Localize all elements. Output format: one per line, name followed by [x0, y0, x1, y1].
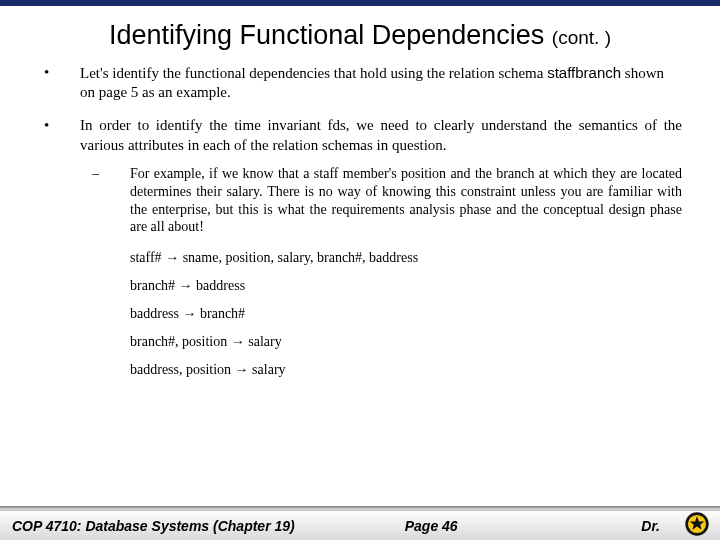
fd-row: branch# → baddress [130, 278, 682, 294]
fd-rhs: baddress [196, 278, 245, 293]
arrow-icon: → [175, 278, 196, 293]
footer-bar: COP 4710: Database Systems (Chapter 19) … [0, 510, 720, 540]
schema-name: staffbranch [547, 64, 621, 81]
fd-lhs: staff# [130, 250, 162, 265]
sub-bullet-item: For example, if we know that a staff mem… [80, 165, 682, 237]
slide: Identifying Functional Dependencies (con… [0, 0, 720, 540]
fd-lhs: branch# [130, 278, 175, 293]
slide-title: Identifying Functional Dependencies (con… [0, 20, 720, 51]
fd-rhs: salary [252, 362, 285, 377]
footer-page: Page 46 [405, 518, 458, 534]
fd-row: baddress → branch# [130, 306, 682, 322]
title-main: Identifying Functional Dependencies [109, 20, 544, 50]
fd-rhs: branch# [200, 306, 245, 321]
fd-lhs: branch#, position [130, 334, 227, 349]
arrow-icon: → [179, 306, 200, 321]
ucf-logo-icon [684, 511, 710, 537]
bullet-item: Let's identify the functional dependenci… [38, 63, 682, 102]
sub-bullet-text: For example, if we know that a staff mem… [130, 166, 682, 235]
arrow-icon: → [162, 250, 183, 265]
fd-row: baddress, position → salary [130, 362, 682, 378]
slide-footer: COP 4710: Database Systems (Chapter 19) … [0, 506, 720, 540]
top-accent-bar [0, 0, 720, 6]
fd-rhs: salary [248, 334, 281, 349]
bullet-list: Let's identify the functional dependenci… [38, 63, 682, 236]
fd-row: branch#, position → salary [130, 334, 682, 350]
sub-bullet-list: For example, if we know that a staff mem… [80, 165, 682, 237]
fd-lhs: baddress, position [130, 362, 231, 377]
title-cont: (cont. ) [552, 27, 611, 48]
bullet-item: In order to identify the time invariant … [38, 116, 682, 236]
slide-body: Let's identify the functional dependenci… [0, 63, 720, 378]
arrow-icon: → [231, 362, 252, 377]
arrow-icon: → [227, 334, 248, 349]
footer-course: COP 4710: Database Systems (Chapter 19) [12, 518, 295, 534]
fd-rhs: sname, position, salary, branch#, baddre… [183, 250, 418, 265]
fd-lhs: baddress [130, 306, 179, 321]
fd-row: staff# → sname, position, salary, branch… [130, 250, 682, 266]
bullet-text-pre: Let's identify the functional dependenci… [80, 65, 547, 81]
fd-list: staff# → sname, position, salary, branch… [130, 250, 682, 378]
bullet-text: In order to identify the time invariant … [80, 117, 682, 152]
footer-author: Dr. [641, 518, 660, 534]
